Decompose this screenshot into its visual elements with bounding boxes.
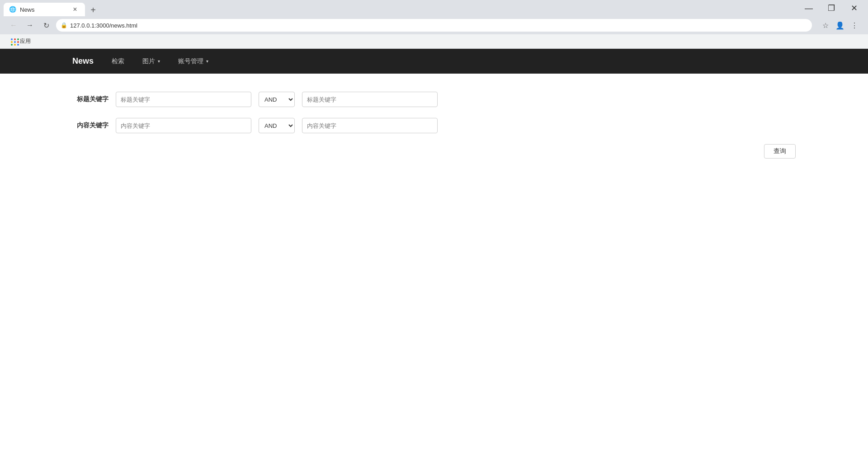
- maximize-button[interactable]: ❐: [821, 1, 842, 15]
- star-button[interactable]: ☆: [819, 19, 832, 32]
- page-content: News 检索 图片 ▾ 账号管理 ▾ 标题关键字 AND OR: [0, 49, 868, 463]
- title-keyword-input-2[interactable]: [302, 92, 438, 107]
- content-keyword-row: 内容关键字 AND OR NOT: [72, 118, 796, 133]
- apps-label: 应用: [20, 37, 31, 45]
- account-dropdown-arrow: ▾: [206, 59, 208, 64]
- images-dropdown-arrow: ▾: [158, 59, 160, 64]
- close-button[interactable]: ✕: [844, 1, 864, 15]
- url-bar[interactable]: 🔒 127.0.0.1:3000/news.html: [56, 19, 812, 32]
- navigation-bar: News 检索 图片 ▾ 账号管理 ▾: [0, 49, 868, 74]
- address-bar: ← → ↻ 🔒 127.0.0.1:3000/news.html ☆ 👤 ⋮: [0, 16, 868, 34]
- url-text: 127.0.0.1:3000/news.html: [70, 22, 137, 29]
- tab-close-button[interactable]: ×: [71, 5, 80, 14]
- refresh-button[interactable]: ↻: [40, 19, 52, 32]
- content-operator-select[interactable]: AND OR NOT: [259, 118, 295, 133]
- tab-title: News: [20, 6, 67, 13]
- content-keyword-label: 内容关键字: [72, 122, 108, 130]
- nav-link-account[interactable]: 账号管理 ▾: [175, 55, 212, 68]
- title-keyword-row: 标题关键字 AND OR NOT: [72, 92, 796, 107]
- content-keyword-input-1[interactable]: [116, 118, 251, 133]
- title-keyword-input-1[interactable]: [116, 92, 251, 107]
- query-button[interactable]: 查询: [764, 144, 796, 159]
- forward-button[interactable]: →: [24, 19, 36, 32]
- menu-button[interactable]: ⋮: [848, 19, 861, 32]
- tab-favicon: 🌐: [9, 6, 16, 13]
- apps-bookmark[interactable]: 应用: [7, 36, 34, 47]
- title-keyword-label: 标题关键字: [72, 95, 108, 103]
- nav-link-search[interactable]: 检索: [108, 55, 128, 68]
- browser-tab[interactable]: 🌐 News ×: [4, 3, 85, 16]
- form-actions: 查询: [72, 144, 796, 159]
- content-keyword-input-2[interactable]: [302, 118, 438, 133]
- back-button[interactable]: ←: [7, 19, 20, 32]
- apps-icon: [11, 38, 17, 45]
- lock-icon: 🔒: [61, 22, 67, 28]
- title-operator-select[interactable]: AND OR NOT: [259, 92, 295, 107]
- new-tab-button[interactable]: +: [87, 4, 99, 16]
- minimize-button[interactable]: —: [798, 1, 819, 15]
- search-form: 标题关键字 AND OR NOT 内容关键字 AND OR NOT: [0, 74, 868, 177]
- nav-link-images[interactable]: 图片 ▾: [139, 55, 164, 68]
- account-button[interactable]: 👤: [834, 19, 846, 32]
- nav-brand[interactable]: News: [72, 56, 94, 66]
- bookmarks-bar: 应用: [0, 34, 868, 49]
